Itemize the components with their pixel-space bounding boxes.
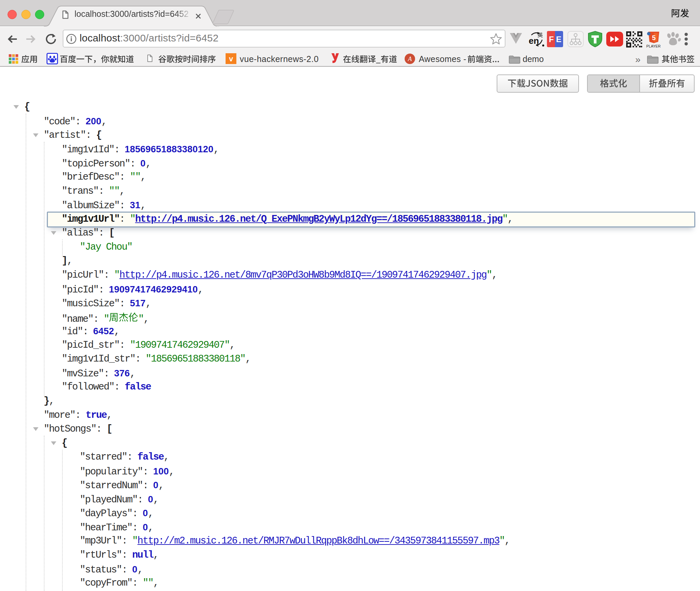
svg-text:PLAYER: PLAYER xyxy=(646,44,661,48)
svg-text:A: A xyxy=(407,55,412,62)
svg-text:F: F xyxy=(549,35,554,44)
svg-text:5: 5 xyxy=(652,34,655,41)
svg-text:v: v xyxy=(229,55,233,63)
svg-text:E: E xyxy=(556,35,561,44)
